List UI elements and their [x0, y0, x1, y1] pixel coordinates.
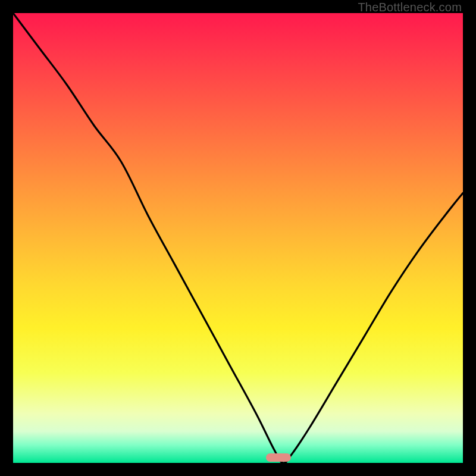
plot-area [13, 13, 463, 463]
bottleneck-curve [13, 13, 463, 463]
watermark-text: TheBottleneck.com [358, 1, 462, 14]
chart-frame: TheBottleneck.com [0, 0, 476, 476]
optimal-marker [266, 453, 291, 462]
